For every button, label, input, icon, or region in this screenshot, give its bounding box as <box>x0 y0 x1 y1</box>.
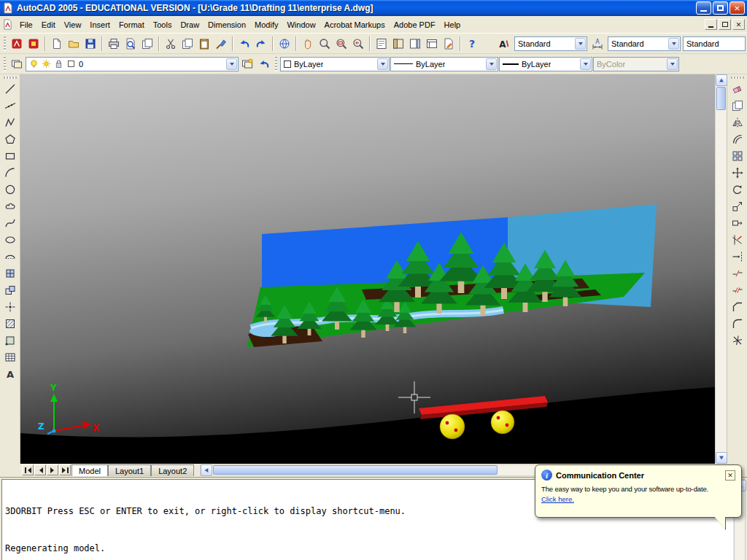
maximize-button[interactable] <box>713 1 728 15</box>
menu-help[interactable]: Help <box>440 18 465 32</box>
menu-draw[interactable]: Draw <box>176 18 204 32</box>
extend-button[interactable] <box>729 249 746 265</box>
menu-edit[interactable]: Edit <box>37 18 60 32</box>
chamfer-button[interactable] <box>729 299 746 315</box>
offset-button[interactable] <box>729 131 746 147</box>
drawing-canvas[interactable]: Y X Z <box>20 74 715 464</box>
break-button[interactable] <box>729 282 746 298</box>
region-button[interactable] <box>2 332 18 349</box>
layer-freeze-sun-icon[interactable] <box>42 59 51 69</box>
pan-button[interactable] <box>300 36 316 52</box>
vertical-scroll-track[interactable] <box>716 111 727 452</box>
draw-line-button[interactable] <box>2 81 18 97</box>
menu-window[interactable]: Window <box>282 18 320 32</box>
mirror-button[interactable] <box>729 114 746 131</box>
array-button[interactable] <box>729 148 746 164</box>
table-button[interactable] <box>2 349 18 365</box>
toolbar-grip[interactable] <box>4 57 6 71</box>
menu-adobe-pdf[interactable]: Adobe PDF <box>390 18 440 32</box>
vertical-scroll-thumb[interactable] <box>716 87 726 110</box>
layer-previous-button[interactable] <box>256 56 272 72</box>
stretch-button[interactable] <box>729 215 746 231</box>
dropdown-arrow-icon[interactable] <box>575 38 586 50</box>
arc-button[interactable] <box>2 165 18 181</box>
rectangle-button[interactable] <box>2 148 18 164</box>
dropdown-arrow-icon[interactable] <box>486 58 497 70</box>
multiline-text-button[interactable] <box>2 366 18 382</box>
copy-button[interactable] <box>179 36 196 52</box>
layer-select[interactable]: 0 <box>26 57 239 71</box>
scroll-up-button[interactable] <box>716 74 727 86</box>
tab-first-button[interactable] <box>22 464 34 475</box>
plot-button[interactable] <box>106 36 122 52</box>
text-style-button[interactable] <box>496 36 512 52</box>
explode-button[interactable] <box>729 332 746 349</box>
publish-button[interactable] <box>139 36 155 52</box>
minimize-button[interactable] <box>696 1 711 15</box>
zoom-realtime-button[interactable] <box>317 36 333 52</box>
erase-button[interactable] <box>729 81 746 97</box>
mdi-close-button[interactable]: ✕ <box>732 19 745 30</box>
color-select[interactable]: ByLayer <box>280 57 390 71</box>
lineweight-select[interactable]: ByLayer <box>499 57 592 71</box>
ellipse-arc-button[interactable] <box>2 249 18 265</box>
balloon-click-here-link[interactable]: Click here. <box>541 495 574 503</box>
tab-next-button[interactable] <box>47 464 58 475</box>
table-style-select[interactable]: Standard <box>683 36 746 51</box>
new-button[interactable] <box>49 36 65 52</box>
insert-block-button[interactable] <box>2 265 18 281</box>
paste-button[interactable] <box>196 36 212 52</box>
rotate-button[interactable] <box>729 182 746 198</box>
dim-style-select[interactable]: Standard <box>608 36 681 51</box>
tab-model[interactable]: Model <box>71 464 108 476</box>
move-button[interactable] <box>729 165 746 181</box>
menu-tools[interactable]: Tools <box>149 18 177 32</box>
polygon-button[interactable] <box>2 131 18 147</box>
toolbar-grip[interactable] <box>4 77 17 79</box>
circle-button[interactable] <box>2 182 18 198</box>
toolbar-grip[interactable] <box>4 36 6 51</box>
zoom-window-button[interactable] <box>333 36 349 52</box>
redo-button[interactable] <box>253 36 269 52</box>
menu-insert[interactable]: Insert <box>85 18 115 32</box>
properties-button[interactable] <box>374 36 390 52</box>
tool-palettes-button[interactable] <box>407 36 423 52</box>
polyline-button[interactable] <box>2 114 18 131</box>
layer-on-bulb-icon[interactable] <box>29 59 39 69</box>
open-button[interactable] <box>66 36 82 52</box>
copy-object-button[interactable] <box>729 98 746 114</box>
vertical-scrollbar[interactable] <box>715 74 727 464</box>
scroll-left-button[interactable] <box>201 464 212 476</box>
mdi-restore-button[interactable] <box>719 19 731 30</box>
menu-format[interactable]: Format <box>115 18 149 32</box>
dropdown-arrow-icon[interactable] <box>226 58 237 70</box>
sheet-set-manager-button[interactable] <box>424 36 440 52</box>
layer-lock-icon[interactable] <box>54 59 63 69</box>
hatch-button[interactable] <box>2 316 18 332</box>
dropdown-arrow-icon[interactable] <box>668 38 679 50</box>
revision-cloud-button[interactable] <box>2 198 18 214</box>
trim-button[interactable] <box>729 232 746 248</box>
undo-button[interactable] <box>236 36 252 52</box>
linetype-select[interactable]: ByLayer <box>390 57 498 71</box>
designcenter-button[interactable] <box>390 36 406 52</box>
tab-layout1[interactable]: Layout1 <box>108 464 151 476</box>
dropdown-arrow-icon[interactable] <box>377 58 388 70</box>
tab-last-button[interactable] <box>59 464 71 475</box>
point-button[interactable] <box>2 299 18 315</box>
menu-file[interactable]: File <box>15 18 37 32</box>
zoom-previous-button[interactable] <box>350 36 366 52</box>
tab-layout2[interactable]: Layout2 <box>151 464 194 476</box>
convert-to-pdf-button[interactable] <box>9 36 25 52</box>
tab-previous-button[interactable] <box>34 464 46 475</box>
plot-preview-button[interactable] <box>123 36 139 52</box>
toolbar-grip[interactable] <box>731 77 744 79</box>
menu-dimension[interactable]: Dimension <box>204 18 250 32</box>
insert-hyperlink-button[interactable] <box>276 36 293 52</box>
fillet-button[interactable] <box>729 316 746 332</box>
menu-modify[interactable]: Modify <box>250 18 282 32</box>
help-button[interactable] <box>464 36 480 52</box>
markup-set-manager-button[interactable] <box>441 36 457 52</box>
menu-view[interactable]: View <box>60 18 86 32</box>
mdi-minimize-button[interactable] <box>705 19 717 30</box>
